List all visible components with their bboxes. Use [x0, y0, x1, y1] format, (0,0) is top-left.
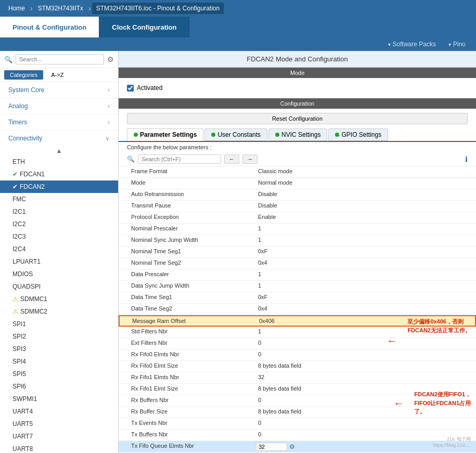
param-value-cell: 0	[254, 338, 476, 349]
param-value-cell: 32	[254, 372, 476, 383]
param-name-cell: Tx Buffers Nbr	[119, 430, 254, 441]
param-value-cell: 1	[254, 327, 476, 338]
sidebar-item-sdmmc2[interactable]: ⚠SDMMC2	[0, 305, 118, 318]
param-value-cell: Disable	[254, 189, 476, 200]
sidebar-item-fdcan2[interactable]: ✔FDCAN2	[0, 180, 118, 193]
param-search-row: 🔍 ← → ℹ	[119, 152, 476, 166]
sidebar-item-uart5[interactable]: UART5	[0, 418, 118, 430]
param-value-input[interactable]	[256, 443, 287, 451]
sidebar-search-input[interactable]	[16, 54, 104, 64]
param-value-cell: 0x4	[254, 258, 476, 269]
sidebar-item-spi3[interactable]: SPI3	[0, 343, 118, 355]
sidebar-tab-atoz[interactable]: A->Z	[45, 70, 69, 80]
table-row: Frame FormatClassic mode	[119, 166, 476, 178]
tab-user-constants[interactable]: User Constants	[204, 128, 267, 141]
param-name-cell: Tx Events Nbr	[119, 418, 254, 429]
activated-checkbox[interactable]	[127, 85, 134, 92]
sidebar-item-spi4[interactable]: SPI4	[0, 355, 118, 368]
sidebar-item-lpuart1[interactable]: LPUART1	[0, 255, 118, 268]
sidebar-item-mdios[interactable]: MDIOS	[0, 268, 118, 280]
table-row[interactable]: Tx Fifo Queue Elmts Nbr⚙	[119, 441, 476, 452]
param-value-cell: 1	[254, 235, 476, 246]
tab-clock-config[interactable]: Clock Configuration	[99, 17, 189, 37]
sidebar-item-i2c1[interactable]: I2C1	[0, 205, 118, 218]
param-name-cell: Rx Buffer Size	[119, 407, 254, 418]
sub-tab-pino[interactable]: ▾ Pino	[442, 40, 472, 49]
param-value-cell: 0	[254, 430, 476, 441]
reset-config-button[interactable]: Reset Configuration	[127, 113, 468, 124]
warn-icon: ⚠	[12, 295, 18, 303]
sidebar-item-uart7[interactable]: UART7	[0, 430, 118, 443]
chevron-right-icon: ›	[108, 119, 110, 126]
param-nav-next-button[interactable]: →	[242, 154, 258, 164]
param-name-cell: Data Time Seg1	[119, 292, 254, 303]
nav-group-header-analog[interactable]: Analog ›	[0, 98, 118, 114]
param-value-cell: 8 bytes data field	[254, 407, 476, 418]
table-row: Tx Events Nbr0	[119, 418, 476, 430]
sidebar-item-i2c3[interactable]: I2C3	[0, 230, 118, 243]
nav-group-header-connectivity[interactable]: Connectivity ∨	[0, 131, 118, 146]
param-value-cell: 0	[254, 395, 476, 406]
param-search-input[interactable]	[138, 154, 221, 164]
tab-pinout-config[interactable]: Pinout & Configuration	[0, 17, 99, 37]
sidebar-item-spi6[interactable]: SPI6	[0, 380, 118, 393]
nav-group-header-system-core[interactable]: System Core ›	[0, 82, 118, 98]
param-nav-prev-button[interactable]: ←	[224, 154, 239, 164]
activated-row: Activated	[127, 84, 468, 92]
sidebar-item-i2c2[interactable]: I2C2	[0, 218, 118, 230]
param-value-cell: 1	[254, 281, 476, 292]
scroll-up-button[interactable]: ▲	[0, 146, 118, 156]
tab-nvic-settings[interactable]: NVIC Settings	[268, 128, 327, 141]
param-name-cell: Auto Retransmission	[119, 189, 254, 200]
sidebar-item-quadspi[interactable]: QUADSPI	[0, 280, 118, 293]
sidebar-item-spi2[interactable]: SPI2	[0, 330, 118, 343]
sidebar-tab-categories[interactable]: Categories	[4, 70, 43, 80]
sidebar-item-uart8[interactable]: UART8	[0, 443, 118, 453]
chevron-right-icon: ›	[108, 86, 110, 94]
table-row: ModeNormal mode	[119, 178, 476, 189]
info-icon[interactable]: ℹ	[465, 155, 468, 163]
param-value-cell[interactable]: ⚙	[254, 441, 476, 452]
sidebar-item-eth[interactable]: ETH	[0, 156, 118, 168]
param-table: Frame FormatClassic modeModeNormal modeA…	[119, 166, 476, 453]
param-name-cell: Data Prescaler	[119, 269, 254, 280]
sidebar-item-swpmi1[interactable]: SWPMI1	[0, 393, 118, 405]
tab-parameter-settings[interactable]: Parameter Settings	[127, 128, 203, 141]
sidebar-item-fdcan1[interactable]: ✔FDCAN1	[0, 168, 118, 180]
table-row: Nominal Prescaler1	[119, 224, 476, 235]
tab-gpio-settings[interactable]: GPIO Settings	[328, 128, 388, 141]
param-name-cell: Message Ram Offset	[120, 316, 255, 326]
sidebar-item-spi1[interactable]: SPI1	[0, 318, 118, 330]
param-name-cell: Std Filters Nbr	[119, 327, 254, 338]
table-row: Data Prescaler1	[119, 269, 476, 281]
param-value-cell: Enable	[254, 212, 476, 223]
table-row: Auto RetransmissionDisable	[119, 189, 476, 201]
check-icon: ✔	[12, 171, 18, 178]
param-value-cell: 0xF	[254, 247, 476, 257]
nav-group-timers: Timers ›	[0, 114, 118, 131]
sidebar-item-i2c4[interactable]: I2C4	[0, 243, 118, 255]
gear-icon[interactable]: ⚙	[289, 443, 295, 450]
sidebar-item-fmc[interactable]: FMC	[0, 193, 118, 205]
breadcrumb-home[interactable]: Home	[4, 3, 29, 14]
table-row: Rx Fifo0 Elmts Nbr0	[119, 350, 476, 361]
nav-group-header-timers[interactable]: Timers ›	[0, 114, 118, 130]
param-name-cell: Nominal Time Seg1	[119, 247, 254, 257]
active-dot	[134, 133, 138, 137]
param-value-cell: 0x4	[254, 304, 476, 315]
sidebar-item-spi5[interactable]: SPI5	[0, 368, 118, 380]
param-name-cell: Data Time Seg2	[119, 304, 254, 315]
sub-tab-bar: ▾ Software Packs ▾ Pino	[0, 37, 476, 51]
main-tab-bar: Pinout & Configuration Clock Configurati…	[0, 17, 476, 37]
breadcrumb-file[interactable]: STM32H743IIT6.ioc - Pinout & Configurati…	[92, 3, 224, 14]
sidebar-item-uart4[interactable]: UART4	[0, 405, 118, 418]
param-name-cell: Ext Filters Nbr	[119, 338, 254, 349]
nav-group-analog: Analog ›	[0, 98, 118, 114]
breadcrumb-device[interactable]: STM32H743IITx	[34, 3, 87, 14]
gear-icon[interactable]: ⚙	[107, 55, 114, 63]
chevron-right-icon: ›	[108, 102, 110, 110]
table-row: Transmit PauseDisable	[119, 201, 476, 212]
sidebar-item-sdmmc1[interactable]: ⚠SDMMC1	[0, 293, 118, 305]
param-value-cell: 8 bytes data field	[254, 384, 476, 395]
sub-tab-software-packs[interactable]: ▾ Software Packs	[382, 40, 442, 49]
